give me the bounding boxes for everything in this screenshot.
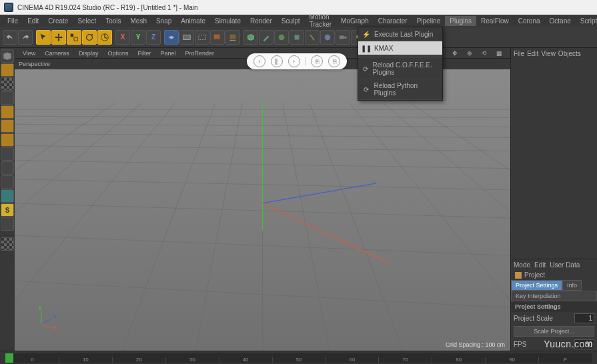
y-axis-lock[interactable]: Y (131, 30, 145, 45)
tab-project-settings[interactable]: Project Settings (511, 280, 562, 291)
menu-sculpt[interactable]: Sculpt (277, 16, 305, 26)
reload-icon: ⟳ (362, 65, 368, 73)
time-track[interactable]: 0102030405060708090F (5, 353, 592, 363)
coord-system[interactable] (164, 30, 179, 45)
menu-animate[interactable]: Animate (176, 16, 210, 26)
model-mode[interactable] (1, 49, 14, 63)
plugin-item-reload-python-plugins[interactable]: ⟳Reload Python Plugins (358, 79, 442, 100)
vp-menu-filter[interactable]: Filter (133, 49, 155, 57)
time-marker[interactable] (5, 353, 13, 363)
scale-project-button[interactable]: Scale Project... (514, 326, 594, 337)
menu-pipeline[interactable]: Pipeline (412, 16, 446, 26)
om-menu-edit[interactable]: Edit (527, 50, 538, 57)
uv-poly-mode[interactable] (1, 161, 14, 175)
undo-button[interactable] (3, 30, 17, 45)
scale-tool[interactable] (67, 30, 81, 45)
polygon-mode[interactable] (1, 133, 14, 147)
prev-button[interactable]: ‹ (253, 55, 265, 67)
vp-zoom-icon[interactable]: ⊕ (463, 49, 476, 57)
menu-simulate[interactable]: Simulate (210, 16, 245, 26)
cube-primitive[interactable] (243, 30, 258, 45)
menu-motion-tracker[interactable]: Motion Tracker (305, 12, 337, 29)
select-tool[interactable] (36, 30, 51, 45)
timeline[interactable]: 0102030405060708090F (0, 351, 597, 364)
camera-tool[interactable] (336, 30, 350, 45)
menu-mograph[interactable]: MoGraph (336, 16, 374, 26)
vp-menu-view[interactable]: View (19, 49, 39, 57)
environment-tool[interactable] (320, 30, 335, 45)
plugin-item-execute-last-plugin[interactable]: ⚡Execute Last Plugin (358, 27, 442, 41)
plugin-item-kmax[interactable]: ❚❚KMAX (358, 41, 442, 55)
quantize-toggle[interactable] (1, 217, 14, 231)
om-menu-objects[interactable]: Objects (558, 50, 581, 57)
pause-button[interactable]: ‖ (271, 55, 283, 67)
menu-render[interactable]: Render (245, 16, 277, 26)
render-settings[interactable] (210, 30, 225, 45)
project-item[interactable]: Project (511, 270, 597, 280)
render-view[interactable] (179, 30, 194, 45)
vp-menu-cameras[interactable]: Cameras (41, 49, 73, 57)
vp-layout-icon[interactable]: ▦ (492, 49, 506, 57)
render-queue[interactable] (225, 30, 240, 45)
recent-tool[interactable] (97, 30, 112, 45)
vp-move-icon[interactable]: ✥ (448, 49, 462, 57)
axis-mode[interactable] (1, 175, 14, 189)
vp-menu-panel[interactable]: Panel (156, 49, 179, 57)
uv-point-mode[interactable] (1, 147, 14, 161)
svg-rect-6 (214, 34, 220, 39)
am-menu-mode[interactable]: Mode (514, 261, 530, 269)
menu-character[interactable]: Character (374, 16, 412, 26)
menubar: FileEditCreateSelectToolsMeshSnapAnimate… (0, 15, 597, 27)
move-tool[interactable] (51, 30, 66, 45)
save-b-button[interactable]: ⎘ (328, 55, 340, 67)
pen-tool[interactable] (259, 30, 273, 45)
menu-octane[interactable]: Octane (545, 16, 576, 26)
workplane-mode[interactable] (1, 91, 14, 105)
menu-mesh[interactable]: Mesh (126, 16, 151, 26)
material-mode[interactable] (1, 237, 14, 251)
tweak-mode[interactable] (1, 189, 14, 203)
vp-menu-prorender[interactable]: ProRender (181, 49, 218, 57)
main-area: S ViewCamerasDisplayOptionsFilterPanelPr… (0, 48, 597, 351)
menu-script[interactable]: Script (576, 16, 597, 26)
om-menu-file[interactable]: File (514, 50, 524, 57)
viewport-canvas[interactable]: y x z Grid Spacing : 100 cm (15, 69, 510, 351)
menu-select[interactable]: Select (73, 16, 101, 26)
menu-file[interactable]: File (3, 16, 23, 26)
x-axis-lock[interactable]: X (115, 30, 130, 45)
menu-edit[interactable]: Edit (23, 16, 43, 26)
generator-tool[interactable] (289, 30, 304, 45)
plugin-item-label: Execute Last Plugin (374, 31, 433, 38)
svg-rect-0 (71, 33, 73, 36)
vp-menu-options[interactable]: Options (103, 49, 132, 57)
point-mode[interactable] (1, 105, 14, 119)
am-menu-user-data[interactable]: User Data (550, 261, 580, 269)
next-button[interactable]: › (288, 55, 300, 67)
menu-realflow[interactable]: RealFlow (476, 16, 514, 26)
tab-info[interactable]: Info (562, 280, 582, 291)
menu-plugins[interactable]: Plugins (445, 16, 476, 26)
render-region[interactable] (195, 30, 209, 45)
menu-corona[interactable]: Corona (514, 16, 545, 26)
tab-key-interpolation[interactable]: Key Interpolation (511, 291, 597, 301)
vp-menu-display[interactable]: Display (75, 49, 103, 57)
texture-mode[interactable] (1, 77, 14, 91)
rotate-tool[interactable] (82, 30, 97, 45)
vp-rotate-icon[interactable]: ⟲ (478, 49, 491, 57)
edge-mode[interactable] (1, 119, 14, 133)
deformer-tool[interactable] (305, 30, 320, 45)
menu-create[interactable]: Create (43, 16, 73, 26)
nurbs-tool[interactable] (274, 30, 289, 45)
menu-snap[interactable]: Snap (151, 16, 176, 26)
om-menu-view[interactable]: View (541, 50, 556, 57)
snap-toggle[interactable]: S (1, 203, 14, 217)
z-axis-lock[interactable]: Z (146, 30, 161, 45)
save-a-button[interactable]: ⎘ (311, 55, 323, 67)
playback-overlay: ‹ ‖ › ⎘ ⎘ (247, 53, 347, 69)
am-menu-edit[interactable]: Edit (534, 261, 546, 269)
project-scale-input[interactable]: 1 (574, 313, 594, 323)
redo-button[interactable] (18, 30, 33, 45)
object-mode[interactable] (1, 63, 14, 77)
plugin-item-reload-c-o-f-f-e-e-plugins[interactable]: ⟳Reload C.O.F.F.E.E. Plugins (358, 59, 442, 79)
menu-tools[interactable]: Tools (101, 16, 125, 26)
